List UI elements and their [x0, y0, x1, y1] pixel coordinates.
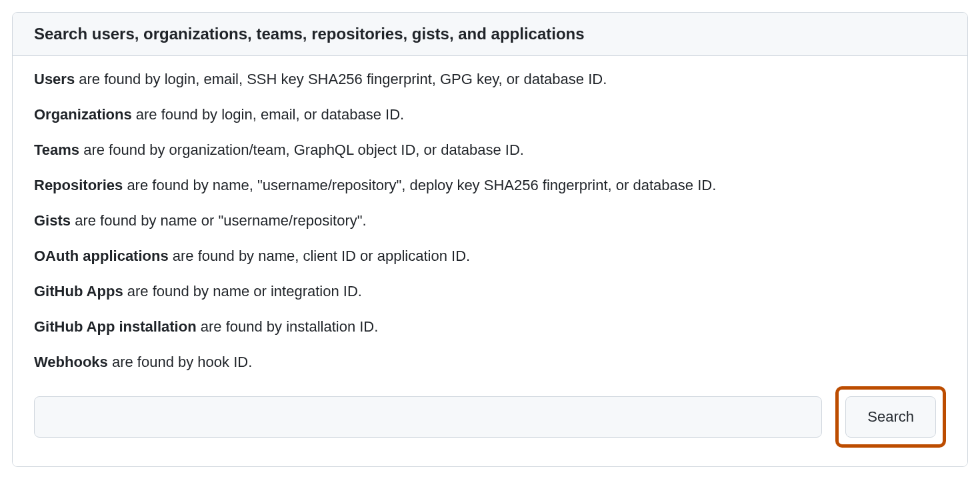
panel-header: Search users, organizations, teams, repo…: [13, 13, 967, 56]
panel-title: Search users, organizations, teams, repo…: [34, 25, 946, 43]
help-text-github-app-installation: are found by installation ID.: [197, 318, 379, 335]
help-line-webhooks: Webhooks are found by hook ID.: [34, 351, 946, 373]
help-line-repositories: Repositories are found by name, "usernam…: [34, 174, 946, 196]
help-line-oauth-applications: OAuth applications are found by name, cl…: [34, 245, 946, 267]
help-line-gists: Gists are found by name or "username/rep…: [34, 209, 946, 231]
help-text-users: are found by login, email, SSH key SHA25…: [75, 71, 607, 87]
help-bold-oauth-applications: OAuth applications: [34, 248, 169, 264]
search-input[interactable]: [34, 396, 822, 438]
help-text-oauth-applications: are found by name, client ID or applicat…: [169, 248, 470, 264]
help-line-organizations: Organizations are found by login, email,…: [34, 103, 946, 125]
help-text-teams: are found by organization/team, GraphQL …: [79, 141, 524, 158]
help-bold-github-apps: GitHub Apps: [34, 283, 123, 300]
panel-body: Users are found by login, email, SSH key…: [13, 56, 967, 466]
help-line-teams: Teams are found by organization/team, Gr…: [34, 139, 946, 161]
help-bold-organizations: Organizations: [34, 106, 132, 123]
help-line-github-app-installation: GitHub App installation are found by ins…: [34, 316, 946, 338]
help-text-github-apps: are found by name or integration ID.: [123, 283, 362, 300]
help-line-users: Users are found by login, email, SSH key…: [34, 68, 946, 90]
help-bold-teams: Teams: [34, 141, 79, 158]
help-text-gists: are found by name or "username/repositor…: [71, 212, 367, 229]
help-bold-webhooks: Webhooks: [34, 354, 108, 370]
help-bold-gists: Gists: [34, 212, 71, 229]
help-bold-users: Users: [34, 71, 75, 87]
search-panel: Search users, organizations, teams, repo…: [12, 12, 968, 467]
help-line-github-apps: GitHub Apps are found by name or integra…: [34, 280, 946, 302]
search-button[interactable]: Search: [845, 396, 936, 438]
help-text-repositories: are found by name, "username/repository"…: [123, 177, 716, 193]
help-bold-github-app-installation: GitHub App installation: [34, 318, 197, 335]
search-row: Search: [34, 386, 946, 448]
search-button-highlight: Search: [835, 386, 946, 448]
help-text-webhooks: are found by hook ID.: [108, 354, 252, 370]
help-text-organizations: are found by login, email, or database I…: [132, 106, 404, 123]
help-bold-repositories: Repositories: [34, 177, 123, 193]
